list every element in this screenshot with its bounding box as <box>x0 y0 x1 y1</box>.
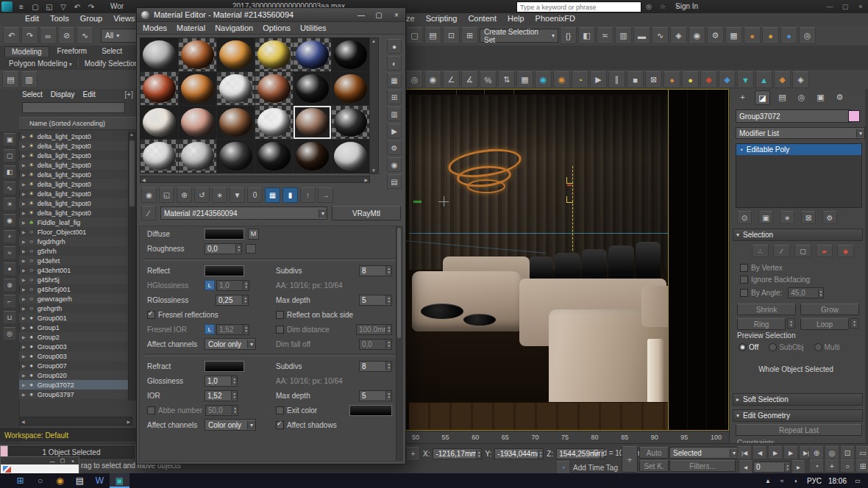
refract-affect-channels-dropdown[interactable]: Color only <box>204 419 256 431</box>
restore-window-icon[interactable]: ▢ <box>841 2 850 11</box>
material-slot-15[interactable] <box>217 106 255 139</box>
fresnel-ior-lock-button[interactable]: L <box>204 324 215 334</box>
select-and-link-icon[interactable]: ∞ <box>40 27 57 44</box>
polygon-subobject-icon[interactable]: ▰ <box>816 245 833 257</box>
ribbon-group-polygon-modeling[interactable]: Polygon Modeling <box>3 60 79 68</box>
put-to-library-icon[interactable]: ▼ <box>230 187 245 203</box>
show-end-result-icon[interactable]: ▮ <box>282 187 298 203</box>
rendered-frame-window-icon[interactable]: ▦ <box>725 27 742 44</box>
sample-type-sphere-icon[interactable]: ● <box>387 39 402 54</box>
delete-simulation-icon[interactable]: ⊠ <box>645 71 662 88</box>
material-slot-20[interactable] <box>179 140 216 173</box>
ior-field[interactable]: 1,52 <box>204 390 238 401</box>
remove-modifier-icon[interactable]: ⊠ <box>801 211 816 224</box>
repeat-last-button[interactable]: Repeat Last <box>736 424 862 436</box>
exit-color-swatch[interactable] <box>349 405 392 416</box>
explorer-display-materials-icon[interactable]: ◎ <box>3 327 16 340</box>
me-maximize-icon[interactable]: ▢ <box>374 10 383 19</box>
material-editor-titlebar[interactable]: Material Editor - Material #2143560094 —… <box>137 8 405 22</box>
select-object-icon[interactable]: ▢ <box>406 27 423 44</box>
menu-item[interactable]: PhoenixFD <box>536 14 575 23</box>
menu-item[interactable]: Content <box>468 14 497 23</box>
material-slot-1[interactable] <box>140 38 178 71</box>
selection-rollout-header[interactable]: Selection <box>733 229 863 241</box>
motion-tab-icon[interactable]: ◎ <box>794 90 808 104</box>
tray-expand-icon[interactable]: ▲ <box>764 476 772 485</box>
preview-selection-radio[interactable]: Off <box>739 343 758 351</box>
scene-object-row[interactable]: delta_light_2spot0 <box>19 208 129 218</box>
border-subobject-icon[interactable]: ▢ <box>794 245 811 257</box>
material-slot-17[interactable] <box>294 106 331 139</box>
material-slot-23[interactable] <box>294 140 331 173</box>
minimize-window-icon[interactable]: — <box>825 2 834 11</box>
me-close-icon[interactable]: × <box>392 10 401 19</box>
render-setup-icon[interactable]: ⚙ <box>707 27 724 44</box>
rectangular-selection-region-icon[interactable]: ⊡ <box>443 27 460 44</box>
reflect-subdivs-field[interactable]: 8 <box>359 265 392 276</box>
refract-color-swatch[interactable] <box>204 361 244 372</box>
vertex-subobject-icon[interactable]: ∴ <box>752 245 769 257</box>
scene-object-row[interactable]: Floor_Object001 <box>19 227 129 237</box>
select-by-material-icon[interactable]: ◉ <box>387 157 402 172</box>
explorer-display-containers-icon[interactable]: ⊔ <box>3 311 16 324</box>
render-iterative-icon[interactable]: ● <box>762 27 779 44</box>
soft-selection-rollout-header[interactable]: Soft Selection <box>733 393 863 406</box>
loop-button[interactable]: Loop <box>800 318 849 330</box>
ignore-backfacing-checkbox[interactable] <box>740 276 748 284</box>
pick-material-from-object-icon[interactable]: ∕ <box>141 206 156 220</box>
scene-object-row[interactable]: gewvragerh <box>19 294 129 304</box>
explorer-display-all-icon[interactable]: ▣ <box>3 133 16 146</box>
material-slot-11[interactable] <box>294 72 331 105</box>
align-icon[interactable]: ≍ <box>597 27 613 44</box>
taskbar-search-icon[interactable]: ○ <box>30 473 50 488</box>
next-frame-icon[interactable]: ▶ <box>783 446 798 459</box>
explorer-search-field[interactable] <box>22 102 125 113</box>
me-menu-item[interactable]: Utilities <box>300 24 326 32</box>
current-frame-field[interactable]: 0 <box>753 462 791 473</box>
make-unique-stack-icon[interactable]: ∗ <box>780 211 794 224</box>
field-of-view-icon[interactable]: ◔ <box>809 459 824 473</box>
dim-distance-checkbox[interactable] <box>276 326 284 334</box>
background-icon[interactable]: ▦ <box>387 73 402 87</box>
material-type-button[interactable]: VRayMtl <box>332 206 401 220</box>
render-production-icon[interactable]: ● <box>744 27 761 44</box>
material-slot-16[interactable] <box>255 106 293 139</box>
modify-tab-icon[interactable]: ◪ <box>755 90 770 105</box>
material-map-navigator-icon[interactable]: ▤ <box>387 174 402 189</box>
menu-item[interactable]: Group <box>80 14 103 23</box>
word-icon[interactable]: W <box>90 473 110 488</box>
scene-object-row[interactable]: Group1 <box>19 323 129 332</box>
params-scrollbar[interactable] <box>396 226 402 461</box>
by-vertex-checkbox[interactable] <box>740 264 748 272</box>
set-key-mode-button[interactable]: Set K. <box>639 460 669 472</box>
app-menu-icon[interactable]: ≡ <box>16 1 26 12</box>
menu-item[interactable]: Tools <box>50 14 69 23</box>
reflect-max-depth-field[interactable]: 5 <box>359 295 392 306</box>
refract-subdivs-field[interactable]: 8 <box>359 361 392 372</box>
material-slot-22[interactable] <box>255 140 293 173</box>
reflect-color-swatch[interactable] <box>204 265 244 276</box>
ribbon-tab-select[interactable]: Select <box>95 46 129 57</box>
fresnel-ior-field[interactable]: 1,52 <box>216 324 249 335</box>
scene-object-row[interactable]: Group001 <box>19 313 129 323</box>
me-menu-item[interactable]: Navigation <box>215 24 253 32</box>
scene-object-row[interactable]: Group2 <box>19 332 129 342</box>
modifier-stack[interactable]: Editable Poly <box>736 143 862 208</box>
phoenix-liquid-icon[interactable]: ◉ <box>535 71 552 88</box>
explorer-sort-header[interactable]: Name (Sorted Ascending) <box>19 117 136 130</box>
mini-minimize-icon[interactable]: — <box>49 458 55 464</box>
scene-object-row[interactable]: delta_light_2spot0 <box>19 179 129 189</box>
zoom-region-icon[interactable]: ▭ <box>855 446 868 459</box>
make-preview-icon[interactable]: ▶ <box>387 123 402 138</box>
action-center-icon[interactable]: ▭ <box>853 476 862 485</box>
import-preset-icon[interactable]: ▲ <box>755 71 772 88</box>
spinner-snap-icon[interactable]: ⇅ <box>498 71 515 88</box>
time-slider[interactable]: 50556065707580859095100 <box>405 431 729 443</box>
mini-maximize-icon[interactable]: ▢ <box>60 458 65 464</box>
material-slot-12[interactable] <box>332 72 369 105</box>
orange-tool-icon[interactable]: ◆ <box>774 71 791 88</box>
select-by-name-icon[interactable]: ▤ <box>424 27 441 44</box>
menu-item[interactable]: Edit <box>25 14 39 23</box>
zoom-all-icon[interactable]: ◎ <box>825 446 839 459</box>
max-taskbar-icon[interactable]: ▣ <box>110 473 129 488</box>
